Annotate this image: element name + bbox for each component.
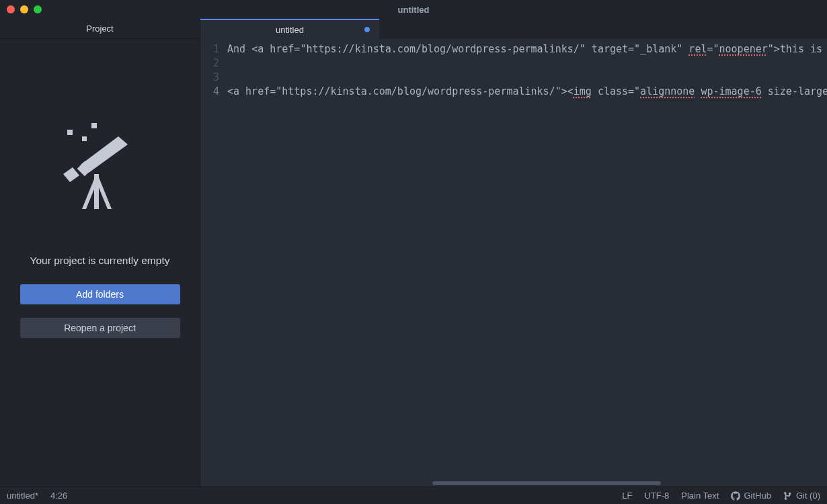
line-number: 4 (200, 85, 227, 99)
code-line[interactable] (227, 56, 827, 71)
status-git[interactable]: Git (0) (783, 491, 820, 501)
dirty-indicator-icon (364, 27, 370, 32)
editor-pane: untitled 1234 And <a href="https://kinst… (200, 19, 827, 487)
svg-rect-2 (82, 136, 87, 141)
line-number: 2 (200, 56, 227, 71)
project-sidebar: Project Your project is currently empty … (0, 19, 200, 487)
status-cursor-position[interactable]: 4:26 (50, 491, 67, 501)
telescope-icon (63, 120, 137, 214)
line-number-gutter: 1234 (200, 39, 227, 487)
status-line-ending[interactable]: LF (622, 491, 632, 501)
code-area[interactable]: 1234 And <a href="https://kinsta.com/blo… (200, 39, 827, 487)
status-encoding[interactable]: UTF-8 (644, 491, 669, 501)
reopen-project-button[interactable]: Reopen a project (20, 318, 180, 338)
window-title: untitled (398, 5, 430, 15)
github-icon (731, 491, 740, 501)
status-bar: untitled* 4:26 LF UTF-8 Plain Text GitHu… (0, 487, 827, 504)
code-line[interactable]: <a href="https://kinsta.com/blog/wordpre… (227, 85, 827, 99)
svg-marker-5 (63, 167, 79, 182)
line-number: 1 (200, 42, 227, 56)
editor-tab-bar: untitled (200, 19, 827, 39)
editor-tab-untitled[interactable]: untitled (200, 19, 379, 39)
add-folders-button[interactable]: Add folders (20, 284, 180, 304)
git-branch-icon (783, 491, 793, 501)
status-github[interactable]: GitHub (731, 491, 771, 501)
editor-tab-label: untitled (276, 25, 304, 35)
line-number: 3 (200, 71, 227, 85)
empty-project-message: Your project is currently empty (30, 255, 170, 267)
code-line[interactable] (227, 71, 827, 85)
code-text[interactable]: And <a href="https://kinsta.com/blog/wor… (227, 39, 827, 487)
code-line[interactable]: And <a href="https://kinsta.com/blog/wor… (227, 42, 827, 56)
horizontal-scrollbar[interactable] (432, 481, 661, 485)
svg-rect-1 (91, 123, 97, 128)
status-file[interactable]: untitled* (7, 491, 38, 501)
svg-rect-0 (67, 130, 73, 135)
status-grammar[interactable]: Plain Text (681, 491, 719, 501)
